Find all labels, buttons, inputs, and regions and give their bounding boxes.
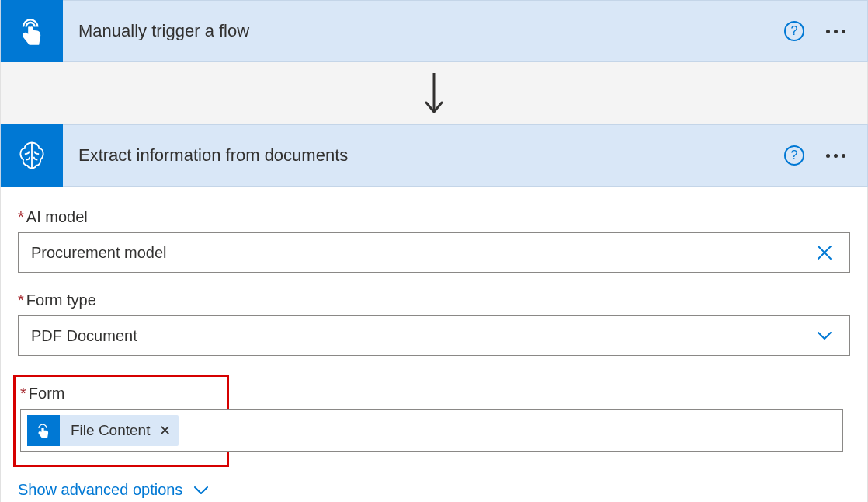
help-icon[interactable]: ? <box>784 21 804 41</box>
ai-model-input[interactable]: Procurement model <box>18 232 850 273</box>
action-step-header[interactable]: Extract information from documents ? <box>0 124 868 187</box>
clear-icon[interactable] <box>812 240 837 265</box>
required-asterisk: * <box>18 291 24 309</box>
action-title: Extract information from documents <box>63 145 784 166</box>
dynamic-content-token[interactable]: File Content ✕ <box>27 415 179 446</box>
more-icon[interactable] <box>826 30 845 33</box>
touch-icon <box>15 14 49 48</box>
show-advanced-toggle[interactable]: Show advanced options <box>18 481 850 499</box>
chevron-down-icon[interactable] <box>812 323 837 348</box>
brain-icon <box>15 138 49 173</box>
label-text: AI model <box>26 208 88 226</box>
trigger-actions: ? <box>784 21 867 41</box>
chevron-down-icon <box>193 485 209 496</box>
form-type-select[interactable]: PDF Document <box>18 315 850 356</box>
field-ai-model: * AI model Procurement model <box>18 208 850 273</box>
token-icon-box <box>27 415 60 446</box>
field-label-form-type: * Form type <box>18 291 850 309</box>
required-asterisk: * <box>18 208 24 226</box>
field-form-type: * Form type PDF Document <box>18 291 850 356</box>
trigger-icon-box <box>1 0 63 62</box>
form-type-value: PDF Document <box>31 327 812 345</box>
action-icon-box <box>1 124 63 187</box>
field-label-ai-model: * AI model <box>18 208 850 226</box>
field-form-highlighted: * Form File Content ✕ <box>13 375 229 467</box>
form-token-field[interactable]: File Content ✕ <box>20 409 843 452</box>
token-remove-icon[interactable]: ✕ <box>156 422 179 439</box>
trigger-step-header[interactable]: Manually trigger a flow ? <box>0 0 868 62</box>
more-icon[interactable] <box>826 154 845 158</box>
label-text: Form <box>29 385 65 403</box>
required-asterisk: * <box>20 385 26 403</box>
arrow-down-icon <box>422 71 446 115</box>
action-actions: ? <box>784 145 867 166</box>
action-step-body: * AI model Procurement model * Form type… <box>0 187 868 502</box>
touch-icon <box>34 421 53 440</box>
token-label: File Content <box>60 422 156 439</box>
help-icon[interactable]: ? <box>784 145 804 166</box>
trigger-title: Manually trigger a flow <box>63 21 784 41</box>
ai-model-value: Procurement model <box>31 244 812 262</box>
show-advanced-label: Show advanced options <box>18 481 182 499</box>
label-text: Form type <box>26 291 96 309</box>
flow-canvas: Manually trigger a flow ? <box>0 0 868 502</box>
field-label-form: * Form <box>20 385 219 403</box>
arrow-connector <box>0 62 868 124</box>
